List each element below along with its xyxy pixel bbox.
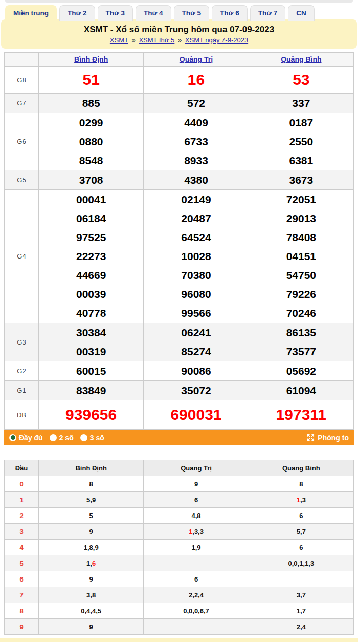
tab-thu-2[interactable]: Thứ 2 [59, 5, 95, 21]
tail-row: 391,3,35,7 [5, 524, 354, 540]
prize-number: 6733 [144, 132, 248, 151]
prize-cell: 690031 [144, 400, 249, 430]
display-mode-2-so[interactable]: 2 số [50, 434, 74, 442]
tail-cell: 1,8,9 [39, 540, 144, 555]
display-mode-group: Đầy đủ2 số3 số [9, 434, 104, 442]
province-link[interactable]: Quảng Bình [281, 55, 321, 63]
prize-cell: 018725506381 [249, 113, 353, 170]
tail-row: 15,961,3 [5, 492, 354, 508]
prize-number: 690031 [144, 400, 248, 429]
tail-head: 4 [5, 540, 39, 555]
prize-label: ĐB [5, 400, 39, 430]
prize-number: 60015 [39, 361, 143, 380]
tails-table-body: 089815,961,3254,86391,3,35,741,8,91,9651… [5, 476, 354, 635]
prize-label: G7 [5, 94, 39, 113]
prize-number: 22273 [39, 247, 143, 266]
tail-cell: 8 [249, 476, 353, 492]
province-link[interactable]: Quảng Trị [180, 55, 213, 63]
prize-number: 54750 [249, 266, 353, 285]
tail-row: 51,60,0,1,1,3 [5, 555, 354, 571]
prize-number: 00039 [39, 285, 143, 304]
tail-head: 3 [5, 524, 39, 540]
prize-cell: 3038400319 [39, 323, 144, 361]
prize-number: 78408 [249, 228, 353, 247]
tail-cell: 0,0,1,1,3 [249, 555, 353, 571]
prize-row-g1: G1838493507261094 [5, 381, 354, 400]
display-mode-day-du[interactable]: Đầy đủ [9, 434, 43, 442]
prize-number: 72051 [249, 190, 353, 209]
tab-cn[interactable]: CN [288, 5, 315, 21]
prize-number: 40778 [39, 304, 143, 323]
prize-cell: 83849 [39, 381, 144, 400]
expand-icon [307, 434, 315, 441]
prize-number: 3673 [249, 170, 353, 189]
radio-label: Đầy đủ [19, 434, 43, 442]
results-table: Bình ĐịnhQuảng TrịQuảng BìnhG8511653G788… [4, 52, 354, 430]
prize-number: 885 [39, 94, 143, 113]
prize-number: 29013 [249, 209, 353, 228]
prize-cell: 0624185274 [144, 323, 249, 361]
prize-label: G6 [5, 113, 39, 170]
results-header-row: Bình ĐịnhQuảng TrịQuảng Bình [5, 53, 354, 67]
prize-cell: 90086 [144, 361, 249, 381]
tail-cell: 3,8 [39, 587, 144, 603]
prize-number: 8548 [39, 151, 143, 170]
tail-row: 992,4 [5, 619, 354, 635]
prize-cell: 53 [249, 67, 353, 94]
prize-number: 0299 [39, 113, 143, 132]
breadcrumb-link[interactable]: XSMT ngày 7-9-2023 [185, 36, 248, 44]
tail-row: 696 [5, 571, 354, 587]
prize-row-g2: G2600159008605692 [5, 361, 354, 381]
prize-number: 85274 [144, 342, 248, 361]
prize-row-g3: G3303840031906241852748613573577 [5, 323, 354, 361]
prize-number: 96080 [144, 285, 248, 304]
tail-cell: 5,9 [39, 492, 144, 508]
tab-thu-4[interactable]: Thứ 4 [136, 5, 171, 21]
tab-mien-trung[interactable]: Miền trung [5, 5, 57, 21]
radio-label: 2 số [59, 434, 74, 442]
header-banner: XSMT - Xổ số miền Trung hôm qua 07-09-20… [1, 19, 357, 49]
prize-row-db: ĐB939656690031197311 [5, 400, 354, 430]
tail-head: 7 [5, 587, 39, 603]
prize-cell: 440967338933 [144, 113, 249, 170]
prize-row-g7: G7885572337 [5, 94, 354, 113]
zoom-button[interactable]: Phóng to [307, 434, 349, 442]
prize-number: 3708 [39, 170, 143, 189]
prize-cell: 4380 [144, 170, 249, 190]
prize-row-g8: G8511653 [5, 67, 354, 94]
zoom-button-label: Phóng to [318, 434, 349, 442]
tab-thu-3[interactable]: Thứ 3 [98, 5, 133, 21]
prize-label: G5 [5, 170, 39, 190]
tail-head: 0 [5, 476, 39, 492]
tail-row: 80,4,4,50,0,0,6,71,7 [5, 603, 354, 619]
tail-cell: 0,4,4,5 [39, 603, 144, 619]
prize-cell: 885 [39, 94, 144, 113]
prize-number: 197311 [249, 400, 353, 429]
tab-thu-5[interactable]: Thứ 5 [174, 5, 210, 21]
tail-cell [249, 571, 353, 587]
tail-row: 254,86 [5, 508, 354, 524]
province-header-cell: Bình Định [39, 53, 144, 67]
tail-cell: 0,0,0,6,7 [144, 603, 249, 619]
tab-thu-7[interactable]: Thứ 7 [250, 5, 286, 21]
prize-number: 06184 [39, 209, 143, 228]
prize-cell: 16 [144, 67, 249, 94]
prize-cell: 3708 [39, 170, 144, 190]
province-link[interactable]: Bình Định [74, 55, 108, 63]
breadcrumb-separator: » [130, 36, 137, 44]
tails-table: ĐầuBình ĐịnhQuảng TrịQuảng Bình 089815,9… [4, 460, 354, 635]
breadcrumb-link[interactable]: XSMT [110, 36, 128, 44]
prize-cell: 02149204876452410028703809608099566 [144, 190, 249, 323]
display-mode-3-so[interactable]: 3 số [80, 434, 104, 442]
breadcrumb-link[interactable]: XSMT thứ 5 [139, 36, 174, 44]
tails-column-header: Đầu [5, 460, 39, 476]
prize-row-g6: G6029908808548440967338933018725506381 [5, 113, 354, 170]
prize-cell: 197311 [249, 400, 353, 430]
prize-number: 51 [39, 67, 143, 93]
tail-cell: 1,3 [249, 492, 353, 508]
prize-number: 83849 [39, 381, 143, 400]
tab-thu-6[interactable]: Thứ 6 [212, 5, 248, 21]
prize-cell: 51 [39, 67, 144, 94]
radio-icon [9, 434, 16, 441]
prize-number: 8933 [144, 151, 248, 170]
